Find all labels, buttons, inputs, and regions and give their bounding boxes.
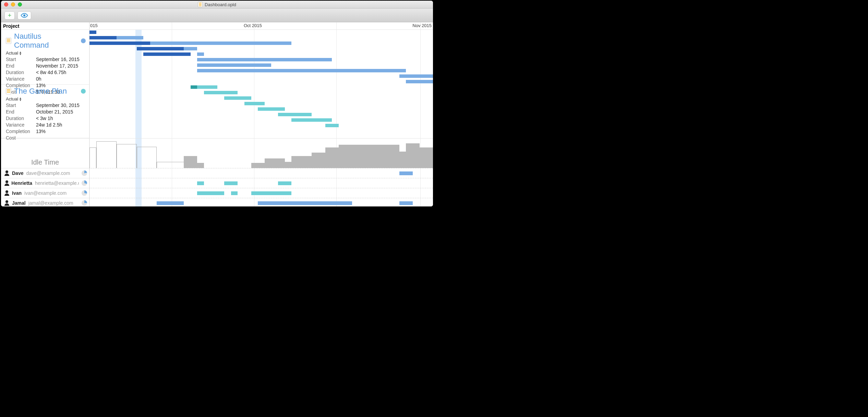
completion-value: 13% [36,129,46,134]
eye-icon [21,13,28,18]
start-label: Start [6,103,36,108]
app-window: Dashboard.opld + Project Nautilus Comman… [1,1,433,206]
zoom-icon[interactable] [18,2,22,7]
resource-lane [89,168,433,178]
variance-value: 0h [36,76,41,82]
chart-area[interactable]: 015 Oct 2015 Nov 2015 [89,22,433,206]
project-column-header[interactable]: Project [1,22,89,30]
mode-label: Actual [6,96,18,102]
start-label: Start [6,57,36,62]
gantt-bar [224,96,251,100]
resource-lane [89,178,433,188]
duration-value: < 8w 4d 6.75h [36,70,66,75]
svg-point-0 [23,14,25,16]
project-nautilus[interactable]: Nautilus Command Actual ▴▾ StartSeptembe… [1,30,89,85]
variance-value: 24w 1d 2.5h [36,122,62,128]
idle-bar [339,145,399,168]
resource-bar [197,181,204,185]
resource-bar [197,191,224,195]
resource-lane [89,198,433,206]
gantt-bar [399,74,433,78]
document-icon [198,2,203,7]
gantt-bar [197,52,204,56]
end-label: End [6,63,36,69]
resource-row-dave[interactable]: Dave dave@example.com [1,168,89,178]
mode-selector[interactable]: Actual ▴▾ [6,96,21,102]
idle-bar [285,162,292,168]
toolbar: + [1,9,433,22]
idle-bar [406,143,419,168]
resource-bar [157,201,184,205]
add-button[interactable]: + [4,11,15,20]
view-button[interactable] [17,11,31,20]
gantt-bar [137,47,184,50]
resource-bar [231,191,238,195]
gantt-bar [197,85,217,89]
mode-selector[interactable]: Actual ▴▾ [6,50,21,56]
idle-bar [137,147,157,168]
idle-bar [399,152,406,168]
gantt-bar [291,118,332,122]
end-value: November 17, 2015 [36,63,78,69]
chevron-updown-icon: ▴▾ [20,97,21,101]
resource-row-henrietta[interactable]: Henrietta henrietta@example.com [1,178,89,188]
gantt-bar [143,52,191,56]
project-title: The Game Plan [14,87,67,96]
gantt-bar [278,113,312,116]
gantt-bar [197,63,271,67]
resource-row-ivan[interactable]: Ivan ivan@example.com [1,188,89,198]
gantt-bar [184,47,197,50]
idle-bar [89,147,96,168]
close-icon[interactable] [4,2,8,7]
resource-row-jamal[interactable]: Jamal jamal@example.com [1,198,89,206]
gantt-bar [406,80,433,83]
chevron-updown-icon: ▴▾ [20,51,21,55]
resource-email: ivan@example.com [24,190,67,196]
resource-email: jamal@example.com [28,200,73,206]
gantt-bar [258,107,285,111]
idle-bar [312,153,325,168]
gantt-bar [244,102,265,105]
resource-name: Dave [12,170,23,176]
person-icon [4,170,9,176]
gantt-bar [89,36,117,39]
project-color-dot [81,38,86,43]
duration-value: < 3w 1h [36,116,53,121]
minimize-icon[interactable] [11,2,15,7]
resource-bar [224,181,238,185]
idle-bar [325,147,339,168]
project-gameplan[interactable]: The Game Plan Actual ▴▾ StartSeptember 3… [1,85,89,138]
end-label: End [6,109,36,115]
resource-email: henrietta@example.com [35,180,79,186]
gantt-bar [117,36,144,39]
idle-bar [265,158,285,168]
resource-bar [399,171,413,175]
person-icon [4,200,9,206]
completion-label: Completion [6,129,36,134]
load-pie-icon [82,180,87,186]
plus-icon: + [8,12,12,19]
idle-bar [420,147,433,168]
window-title: Dashboard.opld [205,2,236,7]
load-pie-icon [82,190,87,196]
traffic-lights [4,2,22,7]
resource-name: Henrietta [11,180,32,186]
resource-bar [399,201,413,205]
project-icon [6,38,11,44]
idle-time-label: Idle Time [1,138,89,168]
gantt-bar [325,124,339,127]
mode-label: Actual [6,50,18,56]
resource-name: Jamal [12,200,26,206]
cost-label: Cost [6,135,36,141]
variance-label: Variance [6,76,36,82]
person-icon [4,180,9,186]
idle-bar [251,163,265,168]
sidebar: Project Nautilus Command Actual ▴▾ Start… [1,22,89,206]
start-value: September 30, 2015 [36,103,80,108]
titlebar[interactable]: Dashboard.opld [1,1,433,9]
idle-bar [197,163,204,168]
duration-label: Duration [6,70,36,75]
person-icon [4,190,9,196]
idle-bar [184,156,197,168]
duration-label: Duration [6,116,36,121]
